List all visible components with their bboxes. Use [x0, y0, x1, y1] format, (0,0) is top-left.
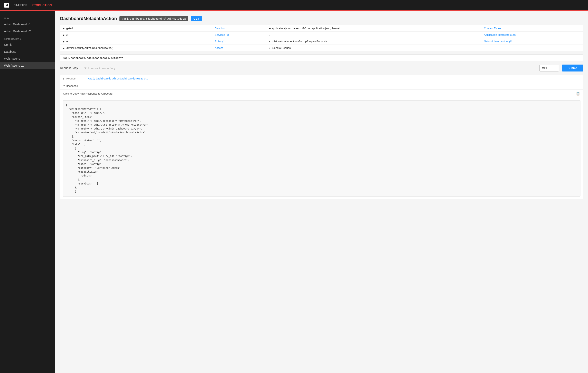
request-body-placeholder: GET does not have a Body — [84, 67, 536, 70]
sidebar-item-database[interactable]: Database — [0, 48, 55, 55]
sidebar: Links Admin Dashboard v1 Admin Dashboard… — [0, 11, 55, 373]
request-url-value: /api/dashboard/admindashboard/metadata — [88, 77, 148, 80]
table-row: ▶ getAll Function ▶ application/json;cha… — [60, 25, 583, 32]
row4-col3[interactable]: ▼ Send a Request — [266, 45, 481, 51]
action-method-badge: GET — [191, 16, 202, 21]
request-body-label: Request Body — [60, 66, 80, 70]
row2-col1[interactable]: ▶ All — [60, 32, 212, 38]
json-response: { "dashboardMetadata": { "home_url": "/_… — [63, 100, 580, 196]
sidebar-links-label: Links — [0, 14, 55, 21]
response-section: ▶ Request /api/dashboard/admindashboard/… — [60, 75, 583, 199]
action-url-badge: /api/dashboard/{dashboard_slug}/metadata — [119, 16, 188, 21]
copy-row: Click to Copy Raw Response to Clipboard … — [60, 90, 583, 98]
row1-col1[interactable]: ▶ getAll — [60, 25, 212, 32]
row2-col3: ▷ — [266, 32, 481, 38]
row3-col2[interactable]: Roles (1) — [212, 38, 266, 45]
action-title: DashboardMetadataAction — [60, 16, 117, 21]
response-label: Response — [66, 84, 78, 87]
request-body-row: Request Body GET does not have a Body GE… — [60, 64, 583, 72]
url-input[interactable] — [60, 54, 583, 61]
row1-col3: ▶ application/json;charset=utf-8 → appli… — [266, 25, 481, 32]
method-select-wrapper: GET POST PUT DELETE — [539, 65, 559, 72]
row3-col3: ▶ misk.web.interceptors.GunzipRequestBod… — [266, 38, 481, 45]
nav-starter[interactable]: STARTER — [13, 3, 28, 7]
row1-col4[interactable]: Content Types — [481, 25, 583, 32]
clipboard-icon[interactable]: 📋 — [576, 92, 580, 96]
row2-col4[interactable]: Application Interceptors (0) — [481, 32, 583, 38]
main-content: DashboardMetadataAction /api/dashboard/{… — [55, 11, 588, 373]
row4-col4 — [481, 45, 583, 51]
method-select[interactable]: GET POST PUT DELETE — [539, 65, 559, 72]
info-table: ▶ getAll Function ▶ application/json;cha… — [60, 25, 583, 51]
sidebar-item-web-actions-v1[interactable]: Web Actions v1 — [0, 62, 55, 69]
row3-col4[interactable]: Network Interceptors (6) — [481, 38, 583, 45]
row3-col1[interactable]: ▶ All — [60, 38, 212, 45]
copy-label: Click to Copy Raw Response to Clipboard — [63, 92, 113, 95]
row1-col2[interactable]: Function — [212, 25, 266, 32]
table-row: ▶ All Services (1) ▷ Application Interce… — [60, 32, 583, 38]
table-row: ▶ @misk.security.authz.Unauthenticated()… — [60, 45, 583, 51]
response-title-row[interactable]: ▼ Response — [60, 82, 583, 90]
app-body: Links Admin Dashboard v1 Admin Dashboard… — [0, 11, 588, 373]
row4-col2[interactable]: Access — [212, 45, 266, 51]
url-input-row — [60, 54, 583, 61]
row2-col2[interactable]: Services (1) — [212, 32, 266, 38]
request-url-row: ▶ Request /api/dashboard/admindashboard/… — [60, 75, 583, 82]
nav-production[interactable]: PRODUCTION — [32, 3, 52, 7]
sidebar-container-admin-label: Container Admin — [0, 35, 55, 41]
sidebar-item-admin-v2[interactable]: Admin Dashboard v2 — [0, 28, 55, 35]
table-row: ▶ All Roles (1) ▶ misk.web.interceptors.… — [60, 38, 583, 45]
sidebar-item-config[interactable]: Config — [0, 41, 55, 48]
app-logo: kt — [4, 3, 9, 8]
sidebar-item-admin-v1[interactable]: Admin Dashboard v1 — [0, 21, 55, 28]
sidebar-item-web-actions[interactable]: Web Actions — [0, 55, 55, 62]
row4-col1[interactable]: ▶ @misk.security.authz.Unauthenticated() — [60, 45, 212, 51]
app-header: kt STARTER PRODUCTION — [0, 0, 588, 10]
request-label: ▶ Request — [63, 77, 88, 80]
submit-button[interactable]: Submit — [562, 64, 583, 72]
action-header: DashboardMetadataAction /api/dashboard/{… — [60, 16, 583, 21]
